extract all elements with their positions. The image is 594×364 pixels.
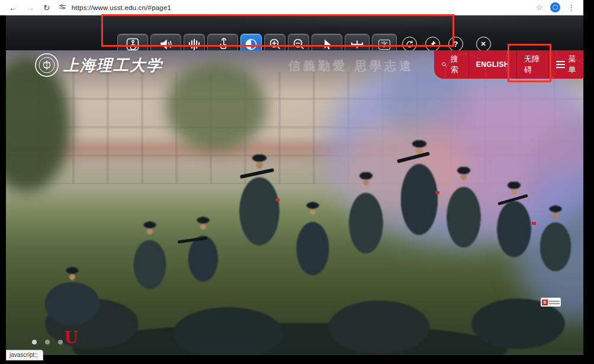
carousel-dot[interactable] (45, 340, 50, 344)
hero-photo: 上海理工大学 信義勤愛 思學志遠 U S (6, 50, 583, 355)
avatar-glyph (553, 5, 558, 10)
browser-menu-icon[interactable]: ⋮ (567, 3, 575, 12)
badge-text-lines (549, 301, 560, 304)
back-icon[interactable]: ← (9, 4, 17, 12)
flag-patch (275, 198, 280, 201)
military-training-students (6, 50, 583, 355)
reload-icon[interactable]: ↻ (43, 4, 50, 12)
nav-search[interactable]: 搜索 (434, 50, 468, 79)
forward-icon[interactable]: → (26, 4, 34, 12)
screenshot-root: ← → ↻ https://www.usst.edu.cn/#page1 ☆ ⋮ (0, 0, 594, 364)
bookmark-star-icon[interactable]: ☆ (536, 3, 543, 12)
photo-watermark-badge: S (541, 298, 561, 307)
browser-toolbar: ← → ↻ https://www.usst.edu.cn/#page1 ☆ ⋮ (0, 0, 583, 15)
flag-patch (532, 222, 536, 225)
address-bar-url[interactable]: https://www.usst.edu.cn/#page1 (72, 4, 171, 11)
motto-watermark: 信義勤愛 思學志遠 (288, 58, 414, 74)
annotation-box-accessibility-nav (508, 44, 551, 82)
carousel-dot[interactable] (58, 340, 63, 344)
profile-avatar[interactable] (550, 2, 560, 12)
site-settings-icon[interactable] (59, 3, 66, 12)
annotation-box-toolbar (101, 14, 454, 47)
flag-patch (435, 191, 439, 194)
hamburger-menu-icon (556, 61, 565, 68)
nav-menu-label: 菜单 (569, 54, 576, 75)
university-seal-logo[interactable] (34, 53, 59, 80)
nav-search-label: 搜索 (451, 54, 461, 75)
exit-icon: ✕ (476, 36, 491, 50)
carousel-logo-letter: U (64, 328, 78, 347)
carousel-dots (32, 340, 63, 344)
badge-logo: S (542, 299, 548, 305)
search-icon (441, 60, 447, 69)
exit-service-button[interactable]: ✕ 退出服务 (468, 34, 498, 50)
nav-english-label: ENGLISH (476, 60, 509, 69)
link-status-tooltip: javascript:; (6, 350, 43, 360)
nav-menu[interactable]: 菜单 (548, 50, 583, 79)
carousel-dot[interactable] (32, 340, 37, 344)
university-name[interactable]: 上海理工大学 (63, 55, 163, 76)
